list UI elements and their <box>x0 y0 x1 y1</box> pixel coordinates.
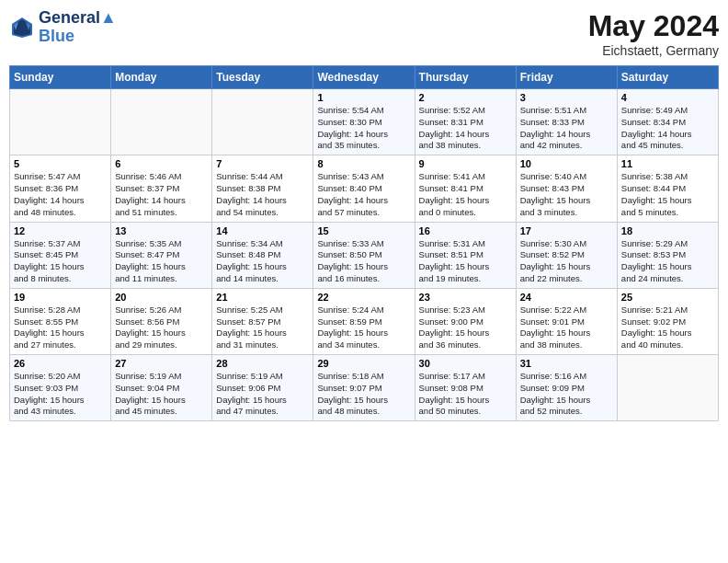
day-info: Sunrise: 5:34 AM Sunset: 8:48 PM Dayligh… <box>216 238 309 285</box>
calendar-day-cell: 27Sunrise: 5:19 AM Sunset: 9:04 PM Dayli… <box>111 355 212 421</box>
calendar-day-cell: 31Sunrise: 5:16 AM Sunset: 9:09 PM Dayli… <box>516 355 617 421</box>
day-number: 29 <box>317 358 410 369</box>
calendar-day-cell: 25Sunrise: 5:21 AM Sunset: 9:02 PM Dayli… <box>617 288 718 354</box>
day-info: Sunrise: 5:22 AM Sunset: 9:01 PM Dayligh… <box>520 304 613 351</box>
logo-text: General▲ Blue <box>39 9 117 46</box>
calendar-week-row: 12Sunrise: 5:37 AM Sunset: 8:45 PM Dayli… <box>10 222 719 288</box>
calendar-day-cell: 20Sunrise: 5:26 AM Sunset: 8:56 PM Dayli… <box>111 288 212 354</box>
day-info: Sunrise: 5:16 AM Sunset: 9:09 PM Dayligh… <box>520 371 613 418</box>
day-number: 25 <box>621 292 714 303</box>
day-info: Sunrise: 5:25 AM Sunset: 8:57 PM Dayligh… <box>216 304 309 351</box>
day-number: 15 <box>317 225 410 236</box>
calendar-day-cell: 5Sunrise: 5:47 AM Sunset: 8:36 PM Daylig… <box>10 155 111 222</box>
weekday-header-cell: Wednesday <box>313 66 415 89</box>
day-info: Sunrise: 5:49 AM Sunset: 8:34 PM Dayligh… <box>621 105 714 152</box>
day-number: 7 <box>216 158 309 169</box>
calendar-day-cell <box>212 89 313 155</box>
calendar-day-cell: 18Sunrise: 5:29 AM Sunset: 8:53 PM Dayli… <box>617 222 718 288</box>
day-info: Sunrise: 5:43 AM Sunset: 8:40 PM Dayligh… <box>317 171 410 218</box>
calendar-day-cell: 7Sunrise: 5:44 AM Sunset: 8:38 PM Daylig… <box>212 155 313 222</box>
calendar-day-cell: 15Sunrise: 5:33 AM Sunset: 8:50 PM Dayli… <box>313 222 415 288</box>
day-info: Sunrise: 5:24 AM Sunset: 8:59 PM Dayligh… <box>317 304 410 351</box>
title-block: May 2024 Eichstaett, Germany <box>588 9 719 58</box>
day-info: Sunrise: 5:46 AM Sunset: 8:37 PM Dayligh… <box>115 171 208 218</box>
day-number: 4 <box>621 92 714 103</box>
day-info: Sunrise: 5:19 AM Sunset: 9:04 PM Dayligh… <box>115 371 208 418</box>
day-number: 21 <box>216 292 309 303</box>
day-number: 16 <box>419 225 512 236</box>
day-info: Sunrise: 5:54 AM Sunset: 8:30 PM Dayligh… <box>317 105 410 152</box>
calendar-week-row: 19Sunrise: 5:28 AM Sunset: 8:55 PM Dayli… <box>10 288 719 354</box>
day-number: 9 <box>419 158 512 169</box>
day-number: 17 <box>520 225 613 236</box>
calendar-day-cell: 10Sunrise: 5:40 AM Sunset: 8:43 PM Dayli… <box>516 155 617 222</box>
day-number: 19 <box>14 292 107 303</box>
calendar-day-cell: 30Sunrise: 5:17 AM Sunset: 9:08 PM Dayli… <box>415 355 516 421</box>
day-number: 5 <box>14 158 107 169</box>
day-number: 18 <box>621 225 714 236</box>
day-info: Sunrise: 5:37 AM Sunset: 8:45 PM Dayligh… <box>14 238 107 285</box>
day-info: Sunrise: 5:41 AM Sunset: 8:41 PM Dayligh… <box>419 171 512 218</box>
day-info: Sunrise: 5:51 AM Sunset: 8:33 PM Dayligh… <box>520 105 613 152</box>
day-info: Sunrise: 5:23 AM Sunset: 9:00 PM Dayligh… <box>419 304 512 351</box>
calendar-day-cell: 11Sunrise: 5:38 AM Sunset: 8:44 PM Dayli… <box>617 155 718 222</box>
day-info: Sunrise: 5:21 AM Sunset: 9:02 PM Dayligh… <box>621 304 714 351</box>
day-number: 1 <box>317 92 410 103</box>
day-number: 30 <box>419 358 512 369</box>
day-number: 28 <box>216 358 309 369</box>
calendar-day-cell: 9Sunrise: 5:41 AM Sunset: 8:41 PM Daylig… <box>415 155 516 222</box>
weekday-header-cell: Tuesday <box>212 66 313 89</box>
day-number: 6 <box>115 158 208 169</box>
day-number: 26 <box>14 358 107 369</box>
day-info: Sunrise: 5:33 AM Sunset: 8:50 PM Dayligh… <box>317 238 410 285</box>
day-number: 2 <box>419 92 512 103</box>
day-info: Sunrise: 5:40 AM Sunset: 8:43 PM Dayligh… <box>520 171 613 218</box>
day-number: 12 <box>14 225 107 236</box>
day-info: Sunrise: 5:35 AM Sunset: 8:47 PM Dayligh… <box>115 238 208 285</box>
calendar-day-cell: 29Sunrise: 5:18 AM Sunset: 9:07 PM Dayli… <box>313 355 415 421</box>
calendar-day-cell: 28Sunrise: 5:19 AM Sunset: 9:06 PM Dayli… <box>212 355 313 421</box>
calendar-day-cell: 23Sunrise: 5:23 AM Sunset: 9:00 PM Dayli… <box>415 288 516 354</box>
calendar-day-cell: 19Sunrise: 5:28 AM Sunset: 8:55 PM Dayli… <box>10 288 111 354</box>
calendar-day-cell: 21Sunrise: 5:25 AM Sunset: 8:57 PM Dayli… <box>212 288 313 354</box>
day-number: 14 <box>216 225 309 236</box>
day-info: Sunrise: 5:17 AM Sunset: 9:08 PM Dayligh… <box>419 371 512 418</box>
calendar-day-cell: 8Sunrise: 5:43 AM Sunset: 8:40 PM Daylig… <box>313 155 415 222</box>
calendar-week-row: 26Sunrise: 5:20 AM Sunset: 9:03 PM Dayli… <box>10 355 719 421</box>
weekday-header-cell: Monday <box>111 66 212 89</box>
day-number: 3 <box>520 92 613 103</box>
day-info: Sunrise: 5:47 AM Sunset: 8:36 PM Dayligh… <box>14 171 107 218</box>
weekday-header-cell: Thursday <box>415 66 516 89</box>
calendar-body: 1Sunrise: 5:54 AM Sunset: 8:30 PM Daylig… <box>10 89 719 421</box>
day-number: 8 <box>317 158 410 169</box>
day-info: Sunrise: 5:29 AM Sunset: 8:53 PM Dayligh… <box>621 238 714 285</box>
calendar-table: SundayMondayTuesdayWednesdayThursdayFrid… <box>9 65 719 421</box>
day-info: Sunrise: 5:52 AM Sunset: 8:31 PM Dayligh… <box>419 105 512 152</box>
day-info: Sunrise: 5:18 AM Sunset: 9:07 PM Dayligh… <box>317 371 410 418</box>
calendar-day-cell: 16Sunrise: 5:31 AM Sunset: 8:51 PM Dayli… <box>415 222 516 288</box>
calendar-day-cell: 12Sunrise: 5:37 AM Sunset: 8:45 PM Dayli… <box>10 222 111 288</box>
calendar-day-cell: 2Sunrise: 5:52 AM Sunset: 8:31 PM Daylig… <box>415 89 516 155</box>
day-number: 31 <box>520 358 613 369</box>
calendar-day-cell: 26Sunrise: 5:20 AM Sunset: 9:03 PM Dayli… <box>10 355 111 421</box>
day-info: Sunrise: 5:38 AM Sunset: 8:44 PM Dayligh… <box>621 171 714 218</box>
day-number: 20 <box>115 292 208 303</box>
calendar-day-cell <box>111 89 212 155</box>
logo-icon <box>9 15 35 40</box>
weekday-header-cell: Friday <box>516 66 617 89</box>
weekday-header-cell: Saturday <box>617 66 718 89</box>
day-number: 11 <box>621 158 714 169</box>
month-year-title: May 2024 <box>588 9 719 43</box>
calendar-day-cell <box>10 89 111 155</box>
calendar-day-cell: 4Sunrise: 5:49 AM Sunset: 8:34 PM Daylig… <box>617 89 718 155</box>
day-info: Sunrise: 5:20 AM Sunset: 9:03 PM Dayligh… <box>14 371 107 418</box>
calendar-day-cell: 22Sunrise: 5:24 AM Sunset: 8:59 PM Dayli… <box>313 288 415 354</box>
calendar-day-cell <box>617 355 718 421</box>
logo: General▲ Blue <box>9 9 117 46</box>
calendar-day-cell: 3Sunrise: 5:51 AM Sunset: 8:33 PM Daylig… <box>516 89 617 155</box>
day-number: 13 <box>115 225 208 236</box>
calendar-week-row: 1Sunrise: 5:54 AM Sunset: 8:30 PM Daylig… <box>10 89 719 155</box>
calendar-day-cell: 24Sunrise: 5:22 AM Sunset: 9:01 PM Dayli… <box>516 288 617 354</box>
day-number: 10 <box>520 158 613 169</box>
calendar-week-row: 5Sunrise: 5:47 AM Sunset: 8:36 PM Daylig… <box>10 155 719 222</box>
